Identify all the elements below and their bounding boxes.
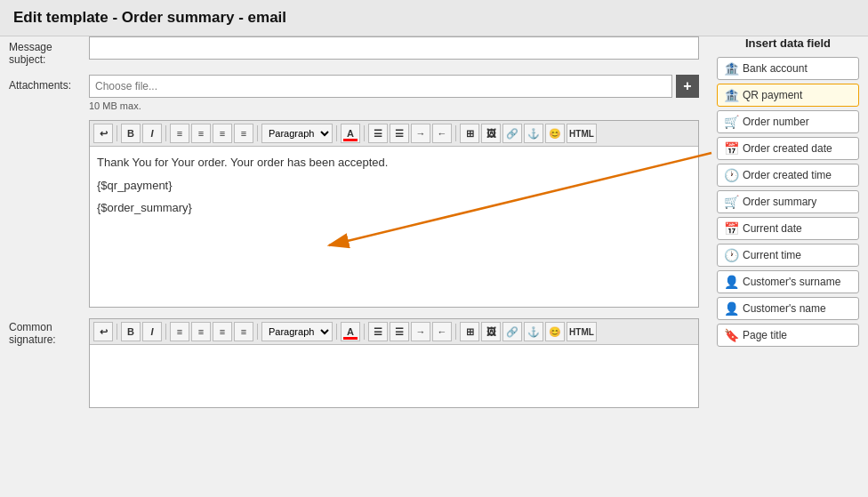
data-field-btn-customer-name[interactable]: 👤Customer's name [717,297,859,320]
outdent-button[interactable]: ← [432,124,452,143]
data-field-btn-qr-payment[interactable]: 🏦QR payment [717,84,859,107]
emoticon-button[interactable]: 😊 [545,124,565,143]
sig-font-color-button[interactable]: A [341,322,360,341]
size-note: 10 MB max. [89,100,699,111]
field-icon-customer-surname: 👤 [724,275,739,289]
attachments-row: Attachments: + 10 MB max. [9,75,699,111]
field-label-order-summary: Order summary [743,196,816,208]
list-ordered-button[interactable]: ☰ [390,124,409,143]
sig-bold-button[interactable]: B [121,322,141,341]
sig-align-right-button[interactable]: ≡ [213,322,232,341]
field-icon-order-created-time: 🕐 [724,168,739,182]
indent-button[interactable]: → [411,124,430,143]
data-field-btn-page-title[interactable]: 🔖Page title [717,324,859,347]
sig-emoticon-button[interactable]: 😊 [545,322,565,341]
sig-link-button[interactable]: 🔗 [502,322,522,341]
data-fields-list: 🏦Bank account🏦QR payment🛒Order number📅Or… [717,57,859,350]
align-left-button[interactable]: ≡ [170,124,189,143]
sig-image-button[interactable]: 🖼 [481,322,501,341]
table-button[interactable]: ⊞ [460,124,479,143]
attachment-row: + [89,75,699,98]
field-label-order-created-date: Order created date [743,142,832,155]
sig-italic-button[interactable]: I [142,322,162,341]
attachments-label: Attachments: [9,75,89,92]
data-field-btn-bank-account[interactable]: 🏦Bank account [717,57,859,80]
bold-button[interactable]: B [121,124,141,143]
data-field-btn-order-number[interactable]: 🛒Order number [717,110,859,133]
toolbar-divider-6 [455,125,456,141]
anchor-button[interactable]: ⚓ [524,124,543,143]
main-editor-row: ↩ B I ≡ ≡ ≡ ≡ Paragraph [9,120,699,308]
form-area: Message subject: Attachments: + 10 MB ma… [0,36,708,497]
sig-divider-1 [117,324,117,340]
signature-editor: ↩ B I ≡ ≡ ≡ ≡ Paragraph [89,318,699,408]
sig-list-ordered-button[interactable]: ☰ [390,322,409,341]
add-attachment-button[interactable]: + [676,75,699,98]
field-label-current-date: Current date [743,222,802,235]
editor-label-spacer [9,120,89,124]
data-field-btn-current-time[interactable]: 🕐Current time [717,244,859,267]
panel-title: Insert data field [717,36,859,50]
sig-align-justify-button[interactable]: ≡ [234,322,253,341]
image-button[interactable]: 🖼 [481,124,501,143]
sig-divider-3 [257,324,258,340]
sig-toolbar: ↩ B I ≡ ≡ ≡ ≡ Paragraph [90,319,698,345]
sig-indent-button[interactable]: → [411,322,430,341]
field-label-bank-account: Bank account [743,62,808,75]
field-label-order-number: Order number [743,116,809,128]
sig-anchor-button[interactable]: ⚓ [524,322,543,341]
font-color-button[interactable]: A [341,124,360,143]
data-field-btn-order-created-time[interactable]: 🕐Order created time [717,164,859,187]
field-icon-order-summary: 🛒 [724,195,739,209]
data-field-btn-customer-surname[interactable]: 👤Customer's surname [717,270,859,293]
main-editor-wrap: ↩ B I ≡ ≡ ≡ ≡ Paragraph [89,120,699,308]
link-button[interactable]: 🔗 [502,124,522,143]
sig-table-button[interactable]: ⊞ [460,322,479,341]
field-icon-bank-account: 🏦 [724,61,739,76]
field-icon-order-created-date: 📅 [724,141,739,156]
toolbar-divider-5 [364,125,365,141]
attachments-wrap: + 10 MB max. [89,75,699,111]
data-field-btn-current-date[interactable]: 📅Current date [717,217,859,240]
field-label-page-title: Page title [743,329,787,341]
sig-divider-2 [165,324,166,340]
align-center-button[interactable]: ≡ [191,124,211,143]
page-heading: Edit template - Order summary - email [13,9,855,27]
signature-wrap: ↩ B I ≡ ≡ ≡ ≡ Paragraph [89,317,699,408]
sig-align-center-button[interactable]: ≡ [191,322,211,341]
undo-button[interactable]: ↩ [93,124,113,143]
common-signature-label: Common signature: [9,317,89,346]
sig-undo-button[interactable]: ↩ [93,322,113,341]
field-icon-current-date: 📅 [724,221,739,236]
sig-paragraph-select[interactable]: Paragraph [261,322,333,341]
field-icon-current-time: 🕐 [724,248,739,262]
field-label-customer-name: Customer's name [743,302,826,315]
sig-list-button[interactable]: ☰ [368,322,388,341]
sig-html-button[interactable]: HTML [567,322,597,341]
main-toolbar: ↩ B I ≡ ≡ ≡ ≡ Paragraph [90,121,698,147]
sig-outdent-button[interactable]: ← [432,322,452,341]
editor-line-2: {$qr_payment} [97,177,691,195]
field-label-qr-payment: QR payment [743,89,802,101]
data-field-btn-order-created-date[interactable]: 📅Order created date [717,137,859,160]
main-editor-body[interactable]: Thank You for Your order. Your order has… [90,147,698,307]
editor-line-3: {$order_summary} [97,199,691,217]
toolbar-divider-2 [165,125,166,141]
field-label-customer-surname: Customer's surname [743,276,840,288]
field-icon-customer-name: 👤 [724,301,739,316]
list-unordered-button[interactable]: ☰ [368,124,388,143]
sig-editor-body[interactable] [90,345,698,407]
paragraph-select[interactable]: Paragraph Heading 1 Heading 2 [261,124,333,143]
align-justify-button[interactable]: ≡ [234,124,253,143]
html-button[interactable]: HTML [567,124,597,143]
file-input[interactable] [89,75,672,98]
message-subject-input[interactable] [89,36,699,60]
main-editor: ↩ B I ≡ ≡ ≡ ≡ Paragraph [89,120,699,308]
data-field-btn-order-summary[interactable]: 🛒Order summary [717,190,859,213]
align-right-button[interactable]: ≡ [213,124,232,143]
insert-data-field-panel: Insert data field 🏦Bank account🏦QR payme… [708,36,868,497]
sig-align-left-button[interactable]: ≡ [170,322,189,341]
italic-button[interactable]: I [142,124,162,143]
toolbar-divider-3 [257,125,258,141]
toolbar-divider-1 [117,125,117,141]
